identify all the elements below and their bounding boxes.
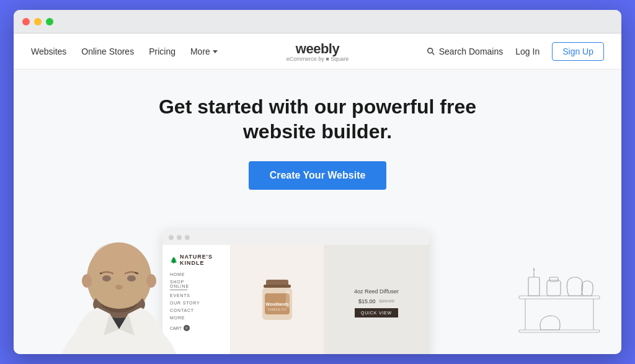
- browser-content: Websites Online Stores Pricing More weeb…: [14, 33, 621, 354]
- deco-illustration: [516, 215, 603, 342]
- search-icon: [427, 47, 435, 56]
- price-old: $22.00: [380, 298, 394, 304]
- nav-websites[interactable]: Websites: [31, 47, 66, 56]
- svg-text:Woodlands: Woodlands: [265, 302, 289, 306]
- close-button[interactable]: [22, 18, 30, 25]
- login-button[interactable]: Log In: [515, 47, 540, 56]
- nav-left: Websites Online Stores Pricing More: [31, 47, 218, 56]
- svg-point-12: [82, 274, 92, 288]
- svg-line-1: [432, 53, 434, 55]
- quick-view-button[interactable]: QUICK VIEW: [355, 308, 398, 317]
- preview-main: Woodlands CANDLE CO. 4oz Reed Diffuser $…: [231, 245, 429, 354]
- product-image-left: Woodlands CANDLE CO.: [231, 245, 324, 354]
- navbar: Websites Online Stores Pricing More weeb…: [14, 33, 621, 69]
- person-image: [51, 174, 187, 354]
- nav-logo: weebly eCommerce by ■ Square: [286, 41, 349, 62]
- minimize-button[interactable]: [34, 18, 42, 25]
- svg-point-14: [93, 242, 143, 277]
- browser-window: Websites Online Stores Pricing More weeb…: [14, 10, 621, 354]
- svg-point-9: [102, 275, 111, 282]
- svg-point-0: [428, 48, 433, 53]
- svg-point-13: [146, 274, 156, 288]
- nav-right: Search Domains Log In Sign Up: [427, 42, 604, 61]
- svg-point-10: [127, 275, 136, 282]
- product-price-row: $15.00 $22.00: [358, 298, 394, 304]
- product-info-right: 4oz Reed Diffuser $15.00 $22.00 QUICK VI…: [324, 245, 429, 354]
- logo-text: weebly: [286, 41, 349, 57]
- svg-rect-22: [519, 296, 600, 299]
- svg-rect-23: [528, 277, 540, 296]
- signup-button[interactable]: Sign Up: [552, 42, 604, 61]
- svg-rect-25: [547, 280, 561, 296]
- svg-text:CANDLE CO.: CANDLE CO.: [268, 308, 287, 311]
- svg-rect-16: [264, 285, 291, 288]
- traffic-lights: [22, 18, 53, 25]
- logo-subtext: eCommerce by ■ Square: [286, 56, 349, 62]
- svg-rect-21: [286, 290, 290, 308]
- nav-more[interactable]: More: [190, 47, 218, 56]
- hero-title: Get started with our powerful free websi…: [156, 94, 479, 144]
- svg-rect-26: [549, 277, 558, 282]
- search-domains-button[interactable]: Search Domains: [427, 47, 504, 56]
- price-current: $15.00: [358, 298, 376, 304]
- create-website-button[interactable]: Create Your Website: [249, 161, 387, 190]
- preview-body: 🌲 NATURE'S KINDLE HOME SHOP ONLINE EVENT…: [162, 245, 429, 354]
- preview-dots: [162, 230, 429, 245]
- maximize-button[interactable]: [46, 18, 53, 25]
- nav-online-stores[interactable]: Online Stores: [81, 47, 134, 56]
- website-preview-card: 🌲 NATURE'S KINDLE HOME SHOP ONLINE EVENT…: [162, 230, 429, 354]
- chevron-down-icon: [213, 50, 218, 53]
- svg-point-11: [115, 285, 123, 290]
- hero-section: Get started with our powerful free websi…: [14, 69, 621, 354]
- nav-pricing[interactable]: Pricing: [149, 47, 175, 56]
- product-name: 4oz Reed Diffuser: [354, 288, 399, 295]
- title-bar: [14, 10, 621, 33]
